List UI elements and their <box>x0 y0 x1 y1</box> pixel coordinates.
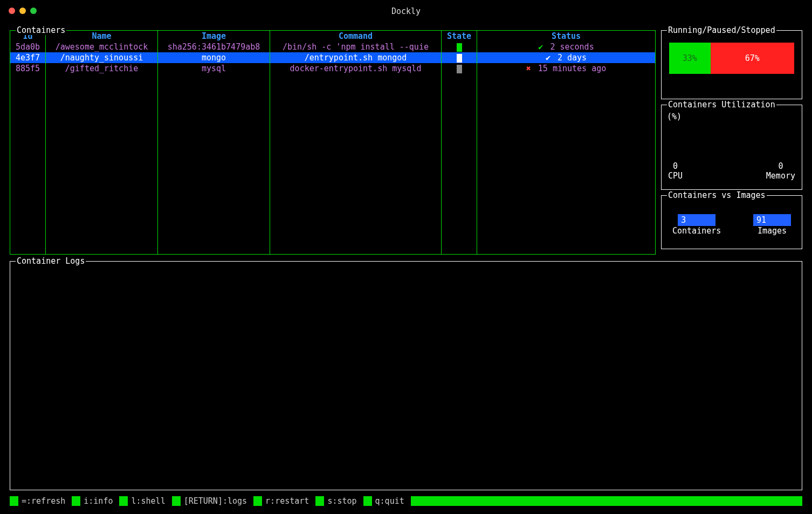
util-mem: 0 Memory <box>766 161 795 181</box>
shortcut-label: i:info <box>80 496 119 506</box>
table-row[interactable]: 5da0b/awesome_mcclintocksha256:3461b7479… <box>10 42 655 52</box>
table-header-row: Id Name Image Command State Status <box>10 31 655 42</box>
col-header-image: Image <box>158 31 270 42</box>
cell-state <box>442 42 477 52</box>
table-row[interactable]: 885f5/gifted_ritchiemysqldocker-entrypoi… <box>10 63 655 74</box>
rps-bar: 33%67% <box>669 43 794 74</box>
rps-segment-green: 33% <box>669 43 711 74</box>
col-header-status: Status <box>477 31 655 42</box>
utilization-panel: Containers Utilization (%) 0 CPU 0 Memor… <box>661 105 802 190</box>
containers-panel: Containers Id Name Image Command State S… <box>10 30 656 255</box>
shortcut-key-icon[interactable] <box>363 496 372 506</box>
cell-state <box>442 52 477 63</box>
util-cpu-label: CPU <box>668 171 683 181</box>
cell-name: /naughty_sinoussi <box>46 52 158 63</box>
cell-image: mongo <box>158 52 270 63</box>
cell-image: mysql <box>158 63 270 74</box>
shortcut-label: l:shell <box>128 496 171 506</box>
cell-state <box>442 63 477 74</box>
cvi-images-label: Images <box>753 226 791 236</box>
cvi-containers-value: 3 <box>678 214 715 226</box>
shortcut-label: [RETURN]:logs <box>181 496 253 506</box>
panel-label-rps: Running/Paused/Stopped <box>667 25 776 35</box>
panel-label-util: Containers Utilization <box>667 100 776 109</box>
util-mem-label: Memory <box>766 171 795 181</box>
col-header-command: Command <box>270 31 442 42</box>
footer-shortcuts: =:refreshi:infol:shell[RETURN]:logsr:res… <box>10 496 802 506</box>
footer-fill <box>411 496 802 506</box>
cross-icon: ✖ <box>526 64 531 73</box>
cell-id: 4e3f7 <box>10 52 46 63</box>
shortcut-label: =:refresh <box>18 496 72 506</box>
containers-table[interactable]: Id Name Image Command State Status 5da0b… <box>10 31 655 254</box>
panel-label-logs: Container Logs <box>16 256 86 266</box>
panel-label-containers: Containers <box>16 25 66 35</box>
rps-segment-red: 67% <box>711 43 794 74</box>
cell-name: /awesome_mcclintock <box>46 42 158 52</box>
cell-name: /gifted_ritchie <box>46 63 158 74</box>
cell-status: ✔ 2 seconds <box>477 42 655 52</box>
shortcut-key-icon[interactable] <box>119 496 128 506</box>
cell-status: ✖ 15 minutes ago <box>477 63 655 74</box>
containers-vs-images-panel: Containers vs Images 3 Containers 91 Ima… <box>661 195 802 249</box>
shortcut-key-icon[interactable] <box>72 496 80 506</box>
cell-command: docker-entrypoint.sh mysqld <box>270 63 442 74</box>
shortcut-key-icon[interactable] <box>10 496 18 506</box>
shortcut-label: s:stop <box>324 496 363 506</box>
state-indicator-icon <box>457 54 462 63</box>
panel-label-cvi: Containers vs Images <box>667 190 767 200</box>
check-icon: ✔ <box>546 53 550 63</box>
cell-id: 5da0b <box>10 42 46 52</box>
cvi-images: 91 Images <box>753 214 791 236</box>
table-filler <box>10 74 655 254</box>
util-cpu: 0 CPU <box>668 161 683 181</box>
util-sublabel: (%) <box>667 112 796 121</box>
shortcut-label: q:quit <box>372 496 411 506</box>
cvi-containers-label: Containers <box>672 226 721 236</box>
shortcut-key-icon[interactable] <box>253 496 262 506</box>
util-mem-value: 0 <box>766 161 795 171</box>
cell-status: ✔ 2 days <box>477 52 655 63</box>
cell-image: sha256:3461b7479ab8 <box>158 42 270 52</box>
state-indicator-icon <box>457 43 462 52</box>
cell-id: 885f5 <box>10 63 46 74</box>
running-paused-stopped-panel: Running/Paused/Stopped 33%67% <box>661 30 802 99</box>
container-logs-panel[interactable]: Container Logs <box>10 261 802 490</box>
cell-command: /bin/sh -c 'npm install --quie <box>270 42 442 52</box>
table-row[interactable]: 4e3f7/naughty_sinoussimongo/entrypoint.s… <box>10 52 655 63</box>
check-icon: ✔ <box>538 42 543 52</box>
shortcut-key-icon[interactable] <box>172 496 181 506</box>
util-cpu-value: 0 <box>668 161 683 171</box>
cell-command: /entrypoint.sh mongod <box>270 52 442 63</box>
col-header-state: State <box>442 31 477 42</box>
state-indicator-icon <box>457 65 462 73</box>
cvi-images-value: 91 <box>753 214 791 226</box>
shortcut-label: r:restart <box>262 496 315 506</box>
app-title: Dockly <box>0 6 812 16</box>
shortcut-key-icon[interactable] <box>315 496 324 506</box>
cvi-containers: 3 Containers <box>672 214 721 236</box>
